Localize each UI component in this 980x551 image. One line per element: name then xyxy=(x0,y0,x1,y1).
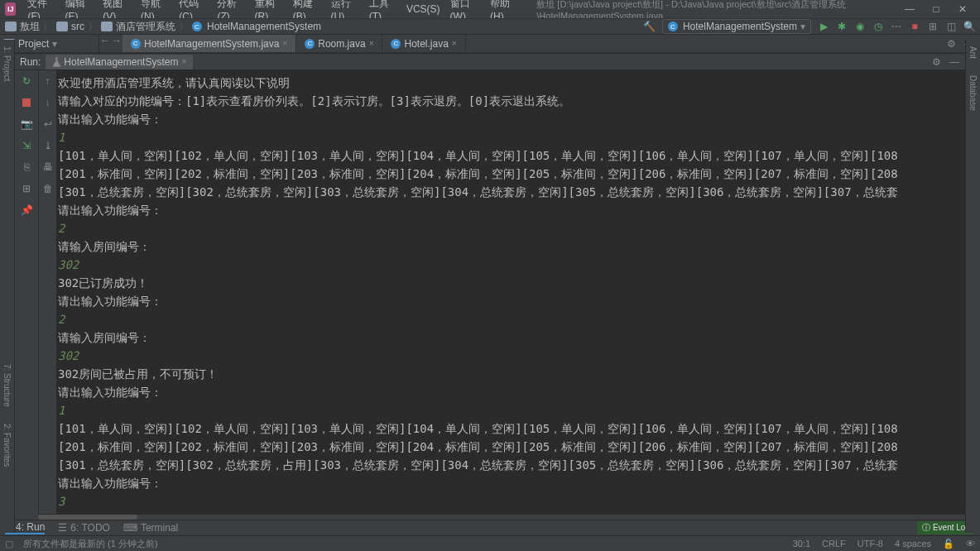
console-line: 3 xyxy=(58,492,962,510)
console-line: [201，标准间，空闲][202，标准间，空闲][203，标准间，空闲][204… xyxy=(58,165,962,183)
search-icon[interactable]: 🔍 xyxy=(963,21,975,32)
menu-vcs[interactable]: VCS(S) xyxy=(401,3,445,15)
chevron-right-icon: 〉 xyxy=(179,20,189,34)
pin-icon[interactable]: 📌 xyxy=(19,203,34,218)
debug-icon[interactable]: ✱ xyxy=(836,21,848,32)
tab-label: Terminal xyxy=(141,522,178,534)
run-gutter: ↻ 📷 ⇲ ⎘ ⊞ 📌 xyxy=(15,70,38,514)
class-icon: C xyxy=(668,22,678,31)
project-tool-label: Project xyxy=(18,38,49,50)
up-icon[interactable]: ↑ xyxy=(41,74,55,89)
down-icon[interactable]: ↓ xyxy=(41,95,55,110)
flask-icon xyxy=(52,57,60,67)
console-line: 欢迎使用酒店管理系统，请认真阅读以下说明 xyxy=(58,74,962,92)
breadcrumb-item[interactable]: HotelManagementSystem xyxy=(207,21,321,32)
editor-tab-bar: Project ▾ ← → C HotelManagementSystem.ja… xyxy=(0,35,980,53)
editor-tab[interactable]: C HotelManagementSystem.java × xyxy=(122,35,296,52)
console-line: [301，总统套房，空闲][302，总统套房，空闲][303，总统套房，空闲][… xyxy=(58,183,962,201)
console-line: 1 xyxy=(58,128,962,146)
close-icon[interactable]: × xyxy=(452,39,457,48)
rerun-icon[interactable]: ↻ xyxy=(19,74,34,89)
editor-tab[interactable]: C Hotel.java × xyxy=(382,35,465,52)
layout-icon[interactable]: ⊞ xyxy=(19,181,34,196)
window-minimize-icon[interactable]: — xyxy=(904,3,915,15)
breadcrumb-item[interactable]: src xyxy=(71,21,84,32)
bottom-tool-tabs: ▶ 4: Run ☰ 6: TODO ⌨ Terminal ⓘ Event Lo… xyxy=(0,520,980,535)
folder-icon xyxy=(5,22,17,31)
console-line: [101，单人间，空闲][102，单人间，空闲][103，单人间，空闲][104… xyxy=(58,146,962,165)
folder-icon xyxy=(101,22,113,31)
tool-favorites[interactable]: 2: Favorites xyxy=(2,424,12,467)
tool-todo-tab[interactable]: ☰ 6: TODO xyxy=(58,522,110,534)
layout-icon[interactable]: ⊞ xyxy=(927,21,939,32)
caret-position[interactable]: 30:1 xyxy=(793,539,810,549)
readonly-icon[interactable]: 🔓 xyxy=(943,539,954,549)
run-config-label: HotelManagementSystem xyxy=(683,21,797,32)
tool-ant[interactable]: Ant xyxy=(968,46,978,59)
console-line: 302 xyxy=(58,347,962,365)
console-line: [101，单人间，空闲][102，单人间，空闲][103，单人间，空闲][104… xyxy=(58,419,962,438)
close-icon[interactable]: × xyxy=(369,39,374,48)
gear-icon[interactable]: ⚙ xyxy=(945,38,957,50)
status-message: 所有文件都是最新的 (1 分钟之前) xyxy=(23,538,158,550)
console-output[interactable]: 欢迎使用酒店管理系统，请认真阅读以下说明请输入对应的功能编号：[1]表示查看房价… xyxy=(56,70,965,514)
window-title-path: 敖坦 [D:\java\Java project\敖坦] - D:\Java\J… xyxy=(536,0,904,21)
tab-label: 6: TODO xyxy=(70,522,110,534)
scroll-icon[interactable]: ⤓ xyxy=(41,138,55,153)
close-icon[interactable]: × xyxy=(282,39,287,48)
inspection-icon[interactable]: 👁 xyxy=(966,539,975,549)
gear-icon[interactable]: ⚙ xyxy=(930,56,942,68)
terminal-icon: ⌨ xyxy=(123,522,137,534)
run-tab[interactable]: HotelManagementSystem × xyxy=(46,55,193,69)
status-bar: ▢ 所有文件都是最新的 (1 分钟之前) 30:1 CRLF UTF-8 4 s… xyxy=(0,535,980,551)
close-icon[interactable]: × xyxy=(181,57,186,66)
new-window-icon[interactable]: ◫ xyxy=(945,21,957,32)
window-maximize-icon[interactable]: □ xyxy=(930,3,942,15)
run-icon[interactable]: ▶ xyxy=(818,21,829,32)
clear-icon[interactable]: 🗑 xyxy=(41,181,55,196)
console-line: 1 xyxy=(58,401,962,419)
window-close-icon[interactable]: ✕ xyxy=(957,3,968,15)
print-icon[interactable]: 🖶 xyxy=(41,160,55,175)
run-header-label: Run: xyxy=(20,56,41,68)
console-line: 请输入房间编号： xyxy=(58,237,962,256)
app-logo-icon: IJ xyxy=(5,2,16,16)
tool-project[interactable]: 1: Project xyxy=(2,46,12,81)
wrap-icon[interactable]: ↩ xyxy=(41,117,55,132)
breadcrumb-item[interactable]: 酒店管理系统 xyxy=(116,20,175,34)
tool-terminal-tab[interactable]: ⌨ Terminal xyxy=(123,522,178,534)
stop-icon[interactable]: ■ xyxy=(909,21,920,32)
console-line: 请出输入功能编号： xyxy=(58,201,962,219)
console-line: 请出输入功能编号： xyxy=(58,383,962,401)
indent-setting[interactable]: 4 spaces xyxy=(895,539,931,549)
tool-database[interactable]: Database xyxy=(968,75,978,111)
console-line: 请出输入功能编号： xyxy=(58,110,962,128)
profile-icon[interactable]: ◷ xyxy=(872,21,884,32)
run-config-selector[interactable]: C HotelManagementSystem ▾ xyxy=(662,19,811,34)
editor-tab[interactable]: C Room.java × xyxy=(296,35,382,52)
console-line: 302 xyxy=(58,256,962,274)
exit-icon[interactable]: ⎘ xyxy=(19,160,34,175)
stop-button[interactable] xyxy=(19,95,34,110)
horizontal-scrollbar[interactable] xyxy=(38,514,965,520)
nav-fwd-icon[interactable]: → xyxy=(111,35,122,46)
breadcrumb-item[interactable]: 敖坦 xyxy=(20,20,40,34)
hide-icon[interactable]: — xyxy=(949,56,960,68)
nav-back-icon[interactable]: ← xyxy=(99,35,111,46)
tool-structure[interactable]: 7: Structure xyxy=(2,364,12,407)
console-line: [201，标准间，空闲][202，标准间，空闲][203，标准间，空闲][204… xyxy=(58,438,962,456)
project-tool-button[interactable]: Project ▾ xyxy=(0,35,99,52)
coverage-icon[interactable]: ◉ xyxy=(854,21,866,32)
console-line: 请出输入功能编号： xyxy=(58,474,962,492)
tab-label: HotelManagementSystem.java xyxy=(144,38,279,50)
console-line: 请输入对应的功能编号：[1]表示查看房价列表。[2]表示订房。[3]表示退房。[… xyxy=(58,92,962,110)
toolwindow-icon[interactable]: ▢ xyxy=(5,539,13,549)
camera-icon[interactable]: 📷 xyxy=(19,117,34,132)
attach-icon[interactable]: ⋯ xyxy=(891,21,902,32)
build-hammer-icon[interactable]: 🔨 xyxy=(644,21,656,32)
chevron-down-icon: ▾ xyxy=(52,38,57,50)
step-icon[interactable]: ⇲ xyxy=(19,138,34,153)
menubar: IJ 文件(F) 编辑(E) 视图(V) 导航(N) 代码(C) 分析(Z) 重… xyxy=(0,0,980,18)
file-encoding[interactable]: UTF-8 xyxy=(858,539,883,549)
line-separator[interactable]: CRLF xyxy=(822,539,846,549)
